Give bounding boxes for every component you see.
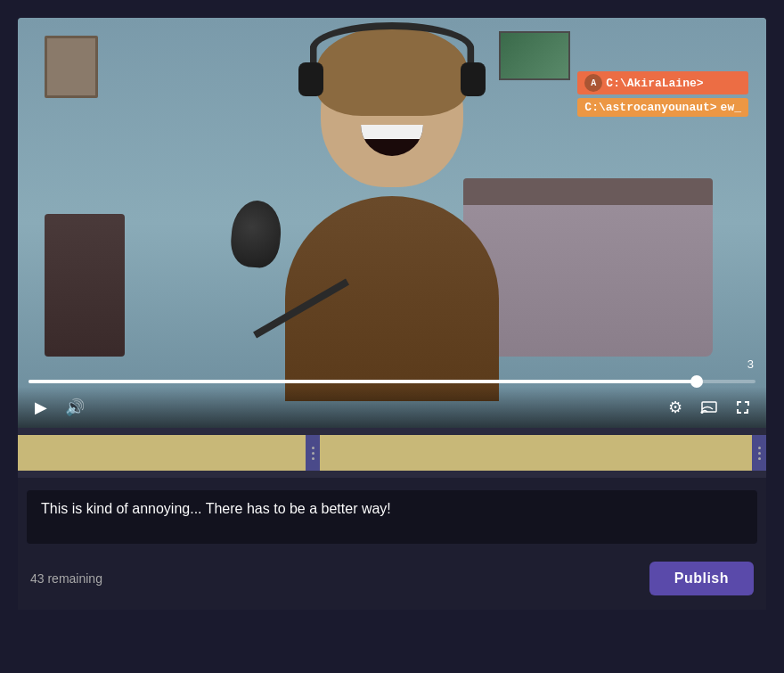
- dot: [312, 447, 314, 449]
- remaining-count: 43 remaining: [30, 571, 102, 586]
- dot: [758, 452, 761, 455]
- timeline-handle-right[interactable]: [752, 435, 766, 471]
- headphones-band: [310, 22, 475, 76]
- headphone-left: [298, 62, 323, 96]
- timeline-segment-left[interactable]: [18, 435, 306, 471]
- main-container: A C:\AkiraLaine> C:\astrocanyounaut> ew_…: [18, 18, 766, 610]
- progress-area[interactable]: 3: [18, 380, 766, 383]
- dot: [758, 457, 761, 460]
- publish-button[interactable]: Publish: [649, 562, 754, 595]
- controls-right: ⚙: [663, 395, 755, 420]
- timeline-segment-right[interactable]: [320, 435, 752, 471]
- dot: [312, 452, 314, 455]
- timeline-row: [18, 428, 766, 478]
- caption-input-wrapper: [18, 490, 766, 547]
- dot: [312, 457, 314, 460]
- person: [258, 36, 526, 374]
- handle-dots-right: [758, 447, 761, 460]
- volume-button[interactable]: 🔊: [62, 395, 87, 420]
- chat-username-2: C:\astrocanyounaut>: [584, 101, 716, 114]
- progress-thumb: [690, 375, 703, 388]
- handle-dots-left: [312, 447, 314, 460]
- video-player: A C:\AkiraLaine> C:\astrocanyounaut> ew_…: [18, 18, 766, 428]
- progress-bar-fill: [29, 380, 698, 383]
- dresser: [45, 214, 125, 357]
- mouth: [361, 125, 423, 156]
- chat-username-1: C:\AkiraLaine>: [606, 77, 703, 90]
- cast-button[interactable]: [697, 395, 722, 420]
- teeth: [361, 125, 423, 139]
- chat-overlay: A C:\AkiraLaine> C:\astrocanyounaut> ew_: [577, 71, 748, 117]
- chat-line-2: C:\astrocanyounaut> ew_: [577, 98, 748, 117]
- caption-editor: 43 remaining Publish: [18, 478, 766, 610]
- progress-bar-background[interactable]: [29, 380, 755, 383]
- headphone-right: [461, 62, 486, 96]
- settings-button[interactable]: ⚙: [663, 395, 688, 420]
- fullscreen-button[interactable]: [731, 395, 755, 420]
- chat-message-2: ew_: [721, 101, 741, 114]
- video-screen: A C:\AkiraLaine> C:\astrocanyounaut> ew_…: [18, 18, 766, 428]
- chat-avatar-1: A: [584, 74, 602, 92]
- chat-line-1: A C:\AkiraLaine>: [577, 71, 748, 94]
- caption-input[interactable]: [27, 490, 757, 544]
- timeline-handle-left[interactable]: [306, 435, 320, 471]
- dot: [758, 447, 761, 449]
- wall-art-left: [45, 36, 98, 98]
- play-button[interactable]: ▶: [29, 395, 53, 420]
- caption-footer: 43 remaining Publish: [18, 556, 766, 610]
- time-display: 3: [747, 357, 754, 371]
- video-controls-bar: ▶ 🔊 ⚙: [18, 387, 766, 428]
- svg-point-1: [701, 411, 704, 414]
